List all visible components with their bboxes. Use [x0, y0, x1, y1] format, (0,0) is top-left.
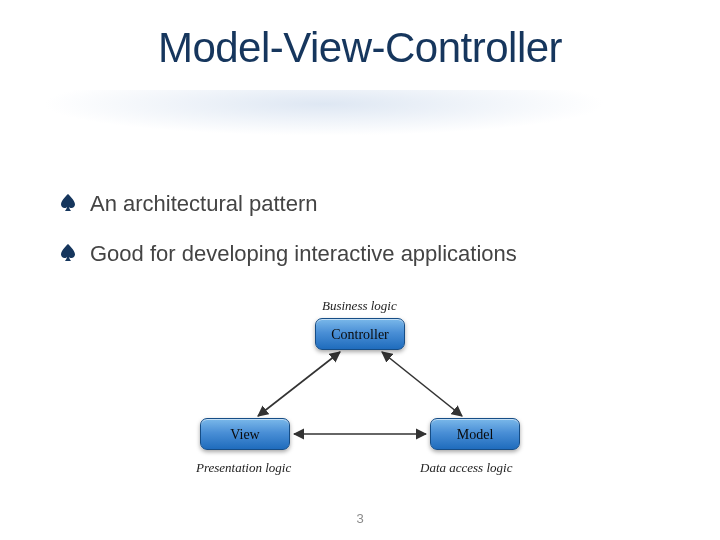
diagram-label-dataaccess: Data access logic — [420, 460, 512, 476]
diagram-box-model: Model — [430, 418, 520, 450]
mvc-diagram: Business logic Controller View Model Pre… — [160, 300, 560, 500]
svg-line-0 — [258, 352, 340, 416]
page-title: Model-View-Controller — [0, 24, 720, 72]
diagram-label-business: Business logic — [322, 298, 397, 314]
list-item: An architectural pattern — [60, 190, 660, 218]
diagram-label-presentation: Presentation logic — [196, 460, 291, 476]
bullet-text: Good for developing interactive applicat… — [90, 240, 517, 268]
bullet-text: An architectural pattern — [90, 190, 317, 218]
bullet-list: An architectural pattern Good for develo… — [60, 190, 660, 289]
svg-line-1 — [382, 352, 462, 416]
diagram-box-view: View — [200, 418, 290, 450]
slide: Model-View-Controller An architectural p… — [0, 0, 720, 540]
page-number: 3 — [0, 511, 720, 526]
list-item: Good for developing interactive applicat… — [60, 240, 660, 268]
title-glow — [0, 90, 720, 160]
diagram-box-controller: Controller — [315, 318, 405, 350]
spade-icon — [60, 194, 76, 212]
spade-icon — [60, 244, 76, 262]
